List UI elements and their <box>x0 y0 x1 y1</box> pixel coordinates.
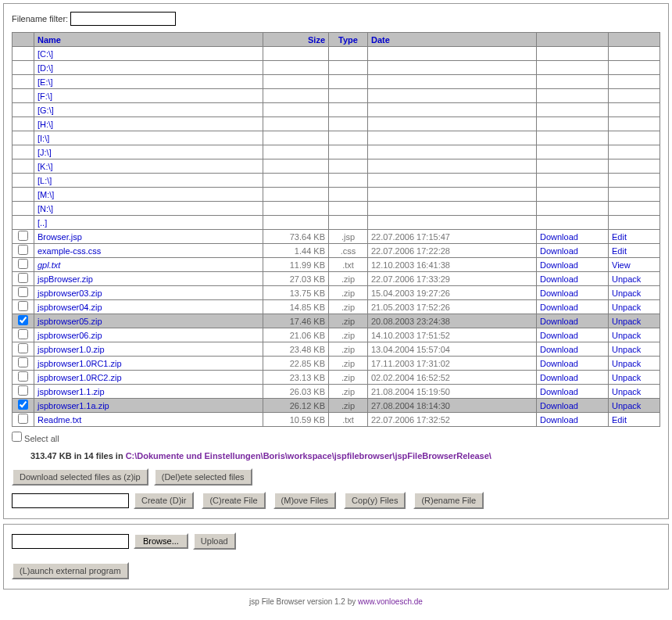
download-link[interactable]: Download <box>540 288 578 298</box>
row-checkbox[interactable] <box>18 371 28 382</box>
download-link[interactable]: Download <box>540 303 578 312</box>
file-link[interactable]: jspbrowser03.zip <box>38 288 102 298</box>
row-chk-cell <box>13 357 34 371</box>
file-link[interactable]: jspbrowser1.1.zip <box>38 387 105 396</box>
action2-link[interactable]: Unpack <box>612 317 641 326</box>
download-link[interactable]: Download <box>540 359 578 368</box>
download-link[interactable]: Download <box>540 260 578 270</box>
create-file-button[interactable]: (C)reate File <box>202 492 265 509</box>
download-link[interactable]: Download <box>540 274 578 284</box>
download-link[interactable]: Download <box>540 317 578 326</box>
create-dir-button[interactable]: Create (D)ir <box>134 492 194 509</box>
drive-act1-cell <box>537 202 609 216</box>
row-act1-cell: Download <box>537 230 609 244</box>
drive-link[interactable]: [H:\] <box>38 120 53 129</box>
action2-link[interactable]: Unpack <box>612 303 641 312</box>
drive-link[interactable]: [D:\] <box>38 63 53 73</box>
filter-input[interactable] <box>70 12 176 26</box>
action2-link[interactable]: Unpack <box>612 387 641 396</box>
row-checkbox[interactable] <box>18 414 28 424</box>
file-link[interactable]: Readme.txt <box>38 415 81 425</box>
action2-link[interactable]: Edit <box>612 246 627 256</box>
download-link[interactable]: Download <box>540 246 578 256</box>
row-checkbox[interactable] <box>18 301 28 311</box>
select-all-checkbox[interactable] <box>12 432 22 442</box>
download-link[interactable]: Download <box>540 415 578 425</box>
newname-input[interactable] <box>12 493 129 508</box>
drive-link[interactable]: [G:\] <box>38 106 54 115</box>
file-link[interactable]: jspbrowser04.zip <box>38 303 102 312</box>
col-name[interactable]: Name <box>34 33 263 47</box>
row-act2-cell: Unpack <box>609 385 660 399</box>
launch-button[interactable]: (L)aunch external program <box>12 562 129 579</box>
row-checkbox[interactable] <box>18 343 28 353</box>
row-checkbox[interactable] <box>18 287 28 297</box>
file-link[interactable]: jspbrowser1.1a.zip <box>38 401 109 410</box>
drive-link[interactable]: [J:\] <box>38 148 52 157</box>
download-link[interactable]: Download <box>540 331 578 340</box>
download-link[interactable]: Download <box>540 345 578 354</box>
row-checkbox[interactable] <box>18 357 28 367</box>
footer-link[interactable]: www.vonloesch.de <box>358 597 423 606</box>
drive-link[interactable]: [L:\] <box>38 176 52 185</box>
row-type-cell: .zip <box>329 385 368 399</box>
action2-link[interactable]: Edit <box>612 415 627 425</box>
table-row: jspbrowser1.0RC1.zip22.85 KB.zip17.11.20… <box>13 357 660 371</box>
row-checkbox[interactable] <box>18 315 28 325</box>
row-act2-cell: Unpack <box>609 314 660 328</box>
row-checkbox[interactable] <box>18 385 28 396</box>
col-type[interactable]: Type <box>329 33 368 47</box>
action2-link[interactable]: Unpack <box>612 288 641 298</box>
action2-link[interactable]: Unpack <box>612 345 641 354</box>
drive-link[interactable]: [M:\] <box>38 190 54 199</box>
col-date[interactable]: Date <box>368 33 537 47</box>
copy-files-button[interactable]: Cop(y) Files <box>344 492 406 509</box>
download-link[interactable]: Download <box>540 387 578 396</box>
table-row: jspbrowser1.0RC2.zip23.13 KB.zip02.02.20… <box>13 371 660 385</box>
drive-link[interactable]: [C:\] <box>38 49 53 59</box>
file-link[interactable]: jspbrowser05.zip <box>38 317 102 326</box>
row-checkbox[interactable] <box>18 273 28 283</box>
drive-chk-cell <box>13 75 34 89</box>
download-zip-button[interactable]: Download selected files as (z)ip <box>12 468 148 486</box>
file-link[interactable]: gpl.txt <box>38 260 60 270</box>
upload-button[interactable]: Upload <box>193 532 236 550</box>
action2-link[interactable]: Unpack <box>612 331 641 340</box>
row-chk-cell <box>13 385 34 399</box>
upload-path-input[interactable] <box>12 534 129 549</box>
file-link[interactable]: Browser.jsp <box>38 232 82 242</box>
action2-link[interactable]: Unpack <box>612 274 641 284</box>
row-checkbox[interactable] <box>18 259 28 269</box>
row-checkbox[interactable] <box>18 231 28 241</box>
action2-link[interactable]: Unpack <box>612 359 641 368</box>
drive-link[interactable]: [I:\] <box>38 134 49 143</box>
row-checkbox[interactable] <box>18 400 28 410</box>
file-link[interactable]: jspbrowser1.0.zip <box>38 345 105 354</box>
browse-button[interactable]: Browse... <box>134 533 188 549</box>
file-link[interactable]: example-css.css <box>38 246 101 256</box>
rename-file-button[interactable]: (R)ename File <box>413 492 484 509</box>
action2-link[interactable]: Unpack <box>612 373 641 382</box>
download-link[interactable]: Download <box>540 373 578 382</box>
drive-link[interactable]: [..] <box>38 218 47 228</box>
action2-link[interactable]: Edit <box>612 232 627 242</box>
drive-link[interactable]: [E:\] <box>38 77 53 87</box>
row-checkbox[interactable] <box>18 245 28 255</box>
action2-link[interactable]: Unpack <box>612 401 641 410</box>
file-link[interactable]: jspbrowser06.zip <box>38 331 102 340</box>
download-link[interactable]: Download <box>540 232 578 242</box>
download-link[interactable]: Download <box>540 401 578 410</box>
drive-chk-cell <box>13 202 34 216</box>
drive-link[interactable]: [K:\] <box>38 162 53 171</box>
row-date-cell: 14.10.2003 17:51:52 <box>368 328 537 342</box>
file-link[interactable]: jspbrowser1.0RC1.zip <box>38 359 122 368</box>
action2-link[interactable]: View <box>612 260 631 270</box>
drive-link[interactable]: [F:\] <box>38 91 52 101</box>
drive-link[interactable]: [N:\] <box>38 204 53 213</box>
row-checkbox[interactable] <box>18 329 28 339</box>
col-size[interactable]: Size <box>263 33 329 47</box>
file-link[interactable]: jspBrowser.zip <box>38 274 93 284</box>
delete-selected-button[interactable]: (Del)ete selected files <box>154 468 252 486</box>
file-link[interactable]: jspbrowser1.0RC2.zip <box>38 373 122 382</box>
move-files-button[interactable]: (M)ove Files <box>273 492 337 509</box>
